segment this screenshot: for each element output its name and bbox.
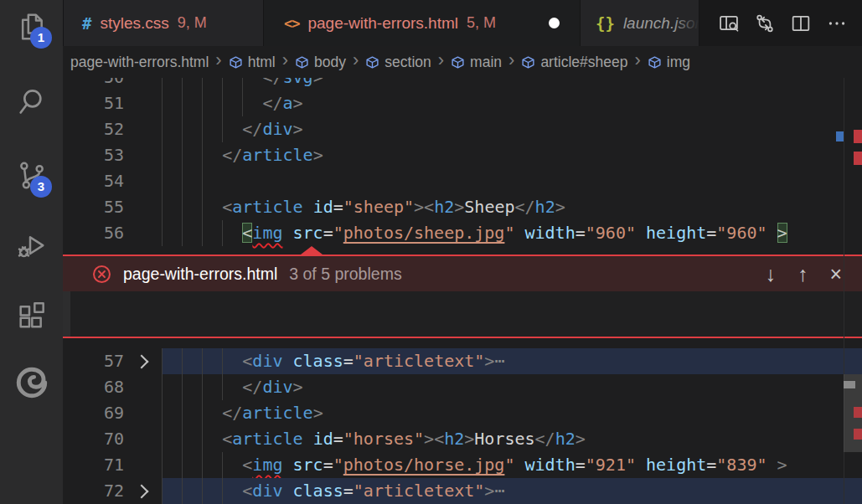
editor-group: # styles.css 9, M <> page-with-errors.ht… — [63, 0, 862, 504]
code-line-57[interactable]: 57<div class="articletext">⋯ — [63, 348, 862, 374]
indent-guide — [162, 194, 163, 220]
indent-guide — [162, 220, 163, 246]
breadcrumb-separator-icon: › — [508, 51, 514, 69]
tab-launch-json[interactable]: {} launch.json — [580, 0, 699, 46]
code-text[interactable]: </article> — [162, 142, 862, 168]
split-editor-button[interactable] — [786, 8, 816, 39]
code-block-below-peek: 57<div class="articletext">⋯68</div>69</… — [63, 348, 862, 504]
code-line-50[interactable]: 50</svg> — [63, 78, 862, 90]
activity-item-extensions[interactable] — [0, 294, 63, 337]
fold-gutter — [124, 452, 162, 478]
json-file-icon: {} — [596, 14, 615, 33]
breadcrumb-file[interactable]: page-with-errors.html — [70, 54, 209, 71]
line-number: 50 — [63, 78, 124, 90]
code-line-51[interactable]: 51</a> — [63, 90, 862, 116]
breadcrumb-item-main[interactable]: main — [451, 54, 502, 71]
code-text[interactable]: <article id="horses"><h2>Horses</h2> — [162, 426, 862, 452]
symbol-cube-icon — [229, 55, 243, 69]
breadcrumb-label: main — [470, 54, 502, 71]
breadcrumb-item-article-sheep[interactable]: article#sheep — [521, 54, 627, 71]
editor-actions — [714, 0, 862, 46]
code-text[interactable]: </a> — [162, 90, 862, 116]
indent-guide — [162, 374, 163, 400]
open-preview-button[interactable] — [714, 8, 744, 39]
indent-guide — [182, 400, 183, 426]
indent-guide — [202, 374, 203, 400]
peek-title: page-with-errors.html — [123, 265, 277, 284]
edge-logo-icon — [14, 365, 49, 400]
fold-chevron-icon[interactable] — [135, 354, 149, 368]
activity-item-run-debug[interactable] — [0, 224, 63, 268]
code-line-55[interactable]: 55<article id="sheep"><h2>Sheep</h2> — [63, 194, 862, 220]
code-line-52[interactable]: 52</div> — [63, 116, 862, 142]
tab-label: styles.css — [100, 14, 168, 33]
more-actions-button[interactable] — [822, 8, 852, 39]
breadcrumb-item-html[interactable]: html — [229, 54, 276, 71]
code-text[interactable]: <div class="articletext">⋯ — [162, 348, 862, 374]
breadcrumb-separator-icon: › — [634, 51, 640, 69]
indent-guide — [202, 348, 203, 374]
symbol-cube-icon — [648, 55, 662, 69]
activity-item-source-control[interactable]: 3 — [0, 154, 63, 198]
breadcrumb-item-section[interactable]: section — [365, 54, 431, 71]
fold-gutter — [124, 348, 162, 374]
code-text[interactable]: </article> — [162, 400, 862, 426]
code-text[interactable] — [162, 168, 862, 194]
tab-page-with-errors-html[interactable]: <> page-with-errors.html 5, M — [264, 0, 580, 46]
error-marker — [854, 429, 862, 440]
unsaved-dot-icon[interactable] — [549, 18, 560, 28]
indent-guide — [202, 116, 203, 142]
symbol-cube-icon — [451, 55, 465, 69]
indent-guide — [182, 452, 183, 478]
indent-guide — [162, 348, 163, 374]
problems-peek-widget: page-with-errors.html 3 of 5 problems ↓ … — [63, 246, 862, 338]
breadcrumb-item-body[interactable]: body — [295, 54, 346, 71]
close-peek-button[interactable]: × — [829, 262, 842, 286]
fold-gutter — [124, 400, 162, 426]
indent-guide — [202, 452, 203, 478]
line-number: 69 — [63, 400, 124, 426]
open-changes-button[interactable] — [750, 8, 780, 39]
code-text[interactable]: <div class="articletext">⋯ — [162, 478, 862, 504]
code-line-72[interactable]: 72<div class="articletext">⋯ — [63, 478, 862, 504]
line-number: 52 — [63, 116, 124, 142]
fold-chevron-icon[interactable] — [135, 484, 149, 498]
code-text[interactable]: </div> — [162, 374, 862, 400]
code-text[interactable]: <img src="photos/sheep.jpg" width="960" … — [162, 220, 862, 246]
tab-styles-css[interactable]: # styles.css 9, M — [63, 0, 264, 46]
code-text[interactable]: </div> — [162, 116, 862, 142]
code-line-56[interactable]: 56<img src="photos/sheep.jpg" width="960… — [63, 220, 862, 246]
activity-item-search[interactable] — [0, 80, 63, 124]
problem-message-row[interactable]: Images must have alternate text: Element… — [63, 291, 862, 338]
indent-guide — [202, 478, 203, 504]
code-line-71[interactable]: 71<img src="photos/horse.jpg" width="921… — [63, 452, 862, 478]
code-line-69[interactable]: 69</article> — [63, 400, 862, 426]
tab-label: page-with-errors.html — [307, 14, 458, 33]
line-number: 56 — [63, 220, 124, 246]
code-line-70[interactable]: 70<article id="horses"><h2>Horses</h2> — [63, 426, 862, 452]
breadcrumb-item-img[interactable]: img — [648, 54, 690, 71]
indent-guide — [162, 168, 163, 194]
activity-bar: 1 3 — [0, 0, 63, 504]
code-line-54[interactable]: 54 — [63, 168, 862, 194]
indent-guide — [202, 90, 203, 116]
peek-body: Images must have alternate text: Element… — [63, 291, 862, 338]
code-editor[interactable]: 50</svg>51</a>52</div>53</article>5455<a… — [63, 78, 862, 504]
code-text[interactable]: <article id="sheep"><h2>Sheep</h2> — [162, 194, 862, 220]
tab-label-fade — [674, 0, 699, 46]
indent-guide — [222, 374, 223, 400]
breadcrumb-label: html — [248, 54, 276, 71]
next-problem-button[interactable]: ↓ — [765, 262, 776, 286]
code-line-68[interactable]: 68</div> — [63, 374, 862, 400]
indent-guide — [222, 220, 223, 246]
code-text[interactable]: <img src="photos/horse.jpg" width="921" … — [162, 452, 862, 478]
run-debug-icon — [15, 229, 49, 263]
indent-guide — [162, 400, 163, 426]
breadcrumb-label: img — [667, 54, 690, 71]
indent-guide — [202, 426, 203, 452]
code-line-53[interactable]: 53</article> — [63, 142, 862, 168]
activity-item-explorer[interactable]: 1 — [0, 5, 63, 49]
code-text[interactable]: </svg> — [162, 78, 862, 90]
activity-item-edge-tools[interactable] — [0, 361, 63, 404]
previous-problem-button[interactable]: ↑ — [797, 262, 808, 286]
